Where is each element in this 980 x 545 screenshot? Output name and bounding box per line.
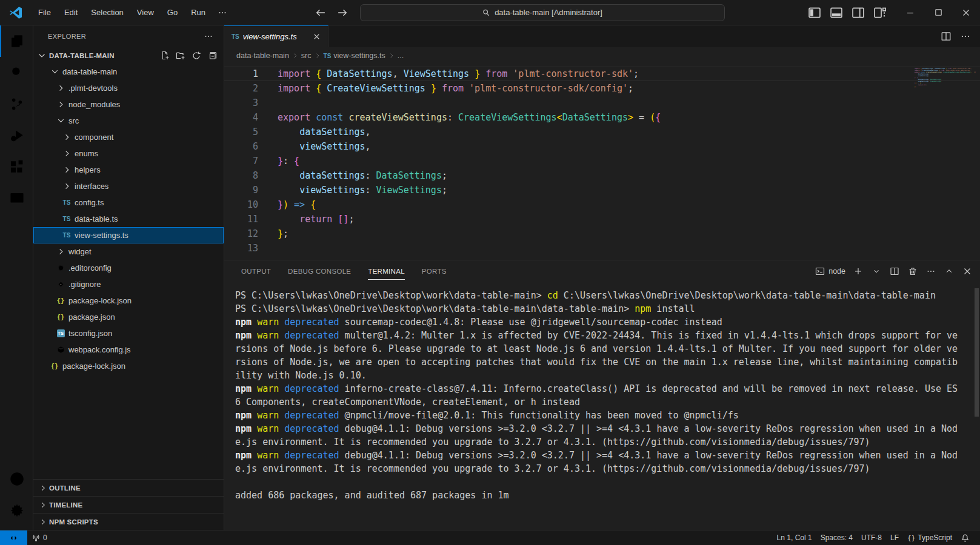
close-button[interactable]	[952, 0, 980, 25]
tree-item-widget[interactable]: widget	[33, 243, 224, 260]
explorer-more-actions-icon[interactable]	[202, 30, 215, 43]
maximize-panel-icon[interactable]	[944, 266, 955, 277]
panel-scrollbar[interactable]	[975, 288, 979, 417]
terminal-output[interactable]: PS C:\Users\lwkas\OneDrive\Desktop\work\…	[224, 282, 980, 530]
new-terminal-icon[interactable]	[853, 266, 864, 277]
maximize-button[interactable]	[924, 0, 952, 25]
panel-tab-debug-console[interactable]: DEBUG CONSOLE	[288, 262, 351, 280]
tree-item-view-settings.ts[interactable]: TSview-settings.ts	[33, 227, 224, 243]
tab-view-settings[interactable]: TS view-settings.ts	[224, 25, 328, 47]
code-line-13[interactable]: 13	[224, 241, 980, 256]
status-utf-8[interactable]: UTF-8	[857, 533, 886, 542]
status-ln-1-col-1[interactable]: Ln 1, Col 1	[773, 533, 816, 542]
command-center-search[interactable]: data-table-main [Administrator]	[360, 4, 725, 21]
tree-item-tsconfig.json[interactable]: TStsconfig.json	[33, 325, 224, 342]
toggle-panel-icon[interactable]	[828, 5, 844, 21]
panel-tab-ports[interactable]: PORTS	[422, 262, 447, 280]
menu-edit[interactable]: Edit	[58, 5, 84, 20]
tree-item-helpers[interactable]: helpers	[33, 162, 224, 178]
breadcrumb-item-src[interactable]: src	[301, 51, 312, 60]
breadcrumb-item-data-table-main[interactable]: data-table-main	[236, 51, 289, 60]
remote-indicator[interactable]	[0, 530, 27, 545]
tree-item-data-table-main[interactable]: data-table-main	[33, 64, 224, 80]
gear-file-icon	[55, 263, 66, 274]
activity-extensions-icon[interactable]	[0, 151, 33, 183]
tree-item-enums[interactable]: enums	[33, 145, 224, 162]
status-lf[interactable]: LF	[886, 533, 903, 542]
breadcrumb-item-...[interactable]: ...	[398, 51, 404, 60]
terminal-shell-badge[interactable]: node	[815, 266, 845, 277]
tree-item-package.json[interactable]: {}package.json	[33, 309, 224, 325]
code-line-12[interactable]: 12};	[224, 226, 980, 241]
menu-run[interactable]: Run	[184, 5, 212, 20]
sidebar-section-npm-scripts[interactable]: NPM SCRIPTS	[33, 513, 224, 530]
sidebar-section-outline[interactable]: OUTLINE	[33, 479, 224, 496]
code-line-8[interactable]: 8 dataSettings: DataSettings;	[224, 168, 980, 183]
tab-close-icon[interactable]	[311, 31, 322, 42]
activity-search-icon[interactable]	[0, 57, 33, 88]
breadcrumb-item-view-settings.ts[interactable]: TSview-settings.ts	[324, 51, 385, 60]
workspace-section-header[interactable]: DATA-TABLE-MAIN	[33, 47, 224, 64]
refresh-icon[interactable]	[191, 50, 202, 61]
tree-item-data-table.ts[interactable]: TSdata-table.ts	[33, 211, 224, 227]
menu-more-button[interactable]	[213, 5, 232, 21]
code-line-4[interactable]: 4export const createViewSettings: Create…	[224, 110, 980, 125]
menu-selection[interactable]: Selection	[84, 5, 130, 20]
status-notifications[interactable]	[956, 533, 974, 543]
panel-more-actions-icon[interactable]	[925, 266, 936, 277]
tree-item-package-lock.json[interactable]: {}package-lock.json	[33, 292, 224, 309]
customize-layout-icon[interactable]	[872, 5, 888, 21]
tree-item-label: component	[75, 133, 113, 142]
activity-source-control-icon[interactable]	[0, 88, 33, 120]
menu-view[interactable]: View	[130, 5, 161, 20]
code-line-7[interactable]: 7}: {	[224, 154, 980, 168]
status-spaces-4[interactable]: Spaces: 4	[816, 533, 857, 542]
code-line-5[interactable]: 5 dataSettings,	[224, 125, 980, 139]
tree-item-src[interactable]: src	[33, 113, 224, 129]
split-terminal-icon[interactable]	[889, 266, 900, 277]
tree-item-node-modules[interactable]: node_modules	[33, 96, 224, 113]
status-typescript[interactable]: {}TypeScript	[903, 533, 956, 542]
new-folder-icon[interactable]	[175, 50, 186, 61]
new-file-icon[interactable]	[159, 50, 170, 61]
activity-settings-icon[interactable]	[0, 495, 33, 526]
split-editor-icon[interactable]	[940, 30, 952, 42]
code-line-11[interactable]: 11 return [];	[224, 212, 980, 226]
menu-file[interactable]: File	[32, 5, 58, 20]
sidebar-section-timeline[interactable]: TIMELINE	[33, 496, 224, 513]
minimize-button[interactable]	[896, 0, 924, 25]
activity-explorer-icon[interactable]	[0, 25, 33, 57]
activity-run-debug-icon[interactable]	[0, 120, 33, 151]
ports-status[interactable]: 0	[27, 530, 52, 545]
code-line-3[interactable]: 3	[224, 96, 980, 110]
code-line-1[interactable]: 1import { DataSettings, ViewSettings } f…	[224, 67, 980, 81]
code-line-9[interactable]: 9 viewSettings: ViewSettings;	[224, 183, 980, 197]
tree-item-config.ts[interactable]: TSconfig.ts	[33, 194, 224, 211]
code-editor[interactable]: 1import { DataSettings, ViewSettings } f…	[224, 64, 980, 260]
menu-go[interactable]: Go	[161, 5, 184, 20]
tree-item-component[interactable]: component	[33, 129, 224, 145]
editor-more-actions-icon[interactable]	[959, 30, 972, 42]
kill-terminal-icon[interactable]	[907, 266, 918, 277]
panel-tab-output[interactable]: OUTPUT	[241, 262, 271, 280]
code-line-2[interactable]: 2import { CreateViewSettings } from 'plm…	[224, 81, 980, 96]
code-line-6[interactable]: 6 viewSettings,	[224, 139, 980, 154]
terminal-dropdown-icon[interactable]	[871, 266, 882, 277]
tree-item-.plmt-devtools[interactable]: .plmt-devtools	[33, 80, 224, 96]
tree-item-.gitignore[interactable]: .gitignore	[33, 276, 224, 292]
tree-item-webpack.config.js[interactable]: webpack.config.js	[33, 342, 224, 358]
activity-remote-explorer-icon[interactable]	[0, 183, 33, 214]
minimap[interactable]: import { DataSettings, ViewSettings } fr…	[915, 68, 970, 88]
nav-forward-button[interactable]	[336, 6, 349, 19]
toggle-sidebar-icon[interactable]	[807, 5, 822, 21]
tree-item-.editorconfig[interactable]: .editorconfig	[33, 260, 224, 276]
code-line-10[interactable]: 10}) => {	[224, 197, 980, 212]
tree-item-interfaces[interactable]: interfaces	[33, 178, 224, 194]
activity-account-icon[interactable]	[0, 463, 33, 495]
toggle-secondary-sidebar-icon[interactable]	[850, 5, 866, 21]
tree-item-package-lock.json[interactable]: {}package-lock.json	[33, 358, 224, 374]
collapse-folders-icon[interactable]	[207, 50, 218, 61]
panel-tab-terminal[interactable]: TERMINAL	[368, 262, 405, 280]
nav-back-button[interactable]	[314, 6, 327, 19]
close-panel-icon[interactable]	[962, 266, 973, 277]
